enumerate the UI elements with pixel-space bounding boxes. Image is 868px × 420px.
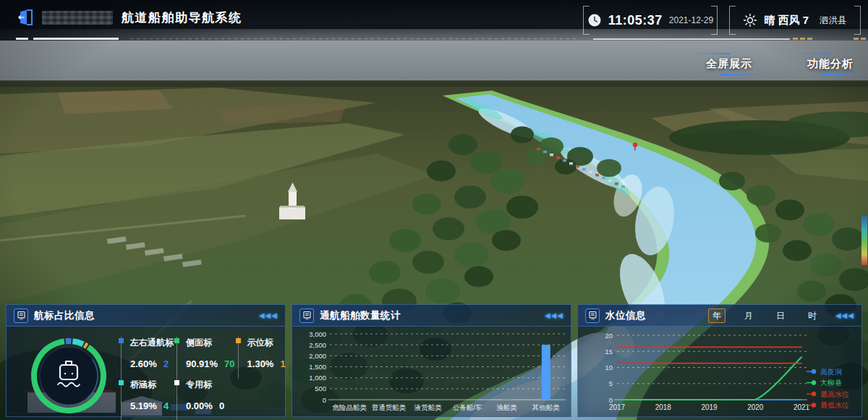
decor-dash	[807, 38, 812, 40]
weather-summary: 晴 西风 7	[764, 14, 809, 28]
depth-legend-strip	[861, 216, 867, 265]
svg-text:渔船类: 渔船类	[496, 403, 517, 411]
svg-text:危险品船类: 危险品船类	[332, 403, 367, 411]
fullscreen-button[interactable]: 全屏展示	[705, 56, 754, 72]
legend-swatch	[236, 338, 241, 343]
decor-line	[593, 38, 790, 40]
location-label: 泗洪县	[820, 14, 847, 27]
decor-dash	[861, 38, 866, 40]
svg-text:0: 0	[323, 396, 326, 404]
ship-count-panel: 通航船舶数量统计 ◀◀◀ 05001,0001,5002,0002,5003,0…	[292, 304, 571, 417]
beacon-stats-grid: 左右通航标 2.60%2 侧面标 90.91%70 示位标 1.30%1 桥涵标…	[121, 337, 281, 420]
svg-text:2,500: 2,500	[309, 341, 326, 349]
tab-hour[interactable]: 时	[804, 308, 821, 323]
decor-dotted-line	[130, 38, 579, 39]
svg-text:公务船/车: 公务船/车	[453, 403, 482, 411]
time-group: 11:05:37 2021-12-29	[583, 6, 718, 35]
panel-icon-box	[14, 308, 28, 323]
svg-text:5: 5	[609, 379, 613, 387]
current-date: 2021-12-29	[669, 15, 713, 25]
title-underline	[33, 38, 119, 40]
svg-text:2018: 2018	[655, 403, 672, 411]
report-icon	[587, 310, 598, 321]
svg-text:0: 0	[609, 396, 613, 404]
legend-swatch	[174, 380, 179, 385]
report-icon	[302, 310, 312, 321]
panel-title: 航标占比信息	[34, 309, 95, 322]
bracket-decor	[583, 6, 590, 35]
svg-text:1,500: 1,500	[309, 363, 326, 371]
current-time: 11:05:37	[608, 13, 663, 28]
svg-text:500: 500	[315, 385, 326, 392]
bracket-decor	[729, 6, 736, 35]
panel-header: 航标占比信息 ◀◀◀	[7, 305, 285, 327]
svg-text:2017: 2017	[609, 403, 626, 411]
tab-month[interactable]: 月	[740, 308, 757, 323]
panel-header: 水位信息 年 月 日 时 ◀◀◀	[578, 305, 861, 327]
svg-text:3,000: 3,000	[309, 330, 326, 338]
decor-dash	[854, 38, 859, 40]
redacted-text	[42, 11, 113, 25]
svg-text:高良涧: 高良涧	[820, 368, 842, 376]
brand: 航道船舶助导航系统	[17, 9, 242, 26]
top-bar: 航道船舶助导航系统 11:05:37 2021-12-29	[0, 0, 868, 41]
stat-item: 专用标 0.00%0	[176, 379, 235, 420]
beacon-donut-chart	[24, 331, 114, 420]
weather-group: 晴 西风 7 泗洪县	[729, 6, 861, 35]
decor-dash	[800, 38, 805, 40]
svg-text:1,000: 1,000	[309, 374, 326, 382]
stat-item: 示位标 1.30%1	[238, 337, 286, 379]
bracket-decor	[711, 6, 718, 35]
collapse-chevrons-icon[interactable]: ◀◀◀	[835, 311, 854, 319]
bracket-decor	[854, 6, 861, 35]
svg-text:20: 20	[605, 332, 613, 340]
svg-text:2019: 2019	[701, 403, 718, 411]
collapse-chevrons-icon[interactable]: ◀◀◀	[259, 311, 278, 319]
exit-door-logo-icon	[17, 9, 33, 26]
sun-icon	[743, 13, 757, 28]
system-title: 航道船舶助导航系统	[122, 9, 242, 26]
stat-item: 桥涵标 5.19%4	[121, 379, 174, 420]
svg-text:2021: 2021	[793, 403, 810, 411]
time-granularity-tabs: 年 月 日 时	[708, 308, 821, 323]
tab-year[interactable]: 年	[708, 308, 726, 323]
beacon-ratio-panel: 航标占比信息 ◀◀◀ 左右通航标 2.60%2 侧面标 90.91%70 示位标…	[6, 304, 286, 417]
stat-item: 左右通航标 2.60%2	[121, 337, 174, 379]
svg-text:最高水位: 最高水位	[820, 390, 849, 398]
svg-text:普通货船类: 普通货船类	[372, 403, 407, 411]
panel-header: 通航船舶数量统计 ◀◀◀	[292, 305, 571, 327]
panel-title: 水位信息	[605, 309, 646, 322]
water-level-panel: 水位信息 年 月 日 时 ◀◀◀ 05101520201720182019202…	[577, 304, 862, 417]
title-underline	[16, 38, 28, 40]
dashboard-stage: 航道船舶助导航系统 11:05:37 2021-12-29	[0, 0, 868, 420]
svg-text:10: 10	[605, 364, 613, 371]
panel-icon-box	[299, 308, 314, 323]
stat-item: 侧面标 90.91%70	[176, 337, 235, 379]
collapse-chevrons-icon[interactable]: ◀◀◀	[545, 311, 563, 319]
panel-icon-box	[585, 308, 600, 323]
ship-count-bar-chart: 05001,0001,5002,0002,5003,000危险品船类普通货船类液…	[295, 329, 569, 416]
svg-text:大柳巷: 大柳巷	[820, 379, 842, 387]
tab-day[interactable]: 日	[772, 308, 789, 323]
legend-swatch	[174, 338, 179, 343]
svg-text:15: 15	[605, 348, 613, 356]
decor-dash	[793, 38, 798, 40]
svg-text:2,000: 2,000	[309, 352, 326, 360]
water-level-line-chart: 0510152020172018201920202021高良涧大柳巷最高水位最低…	[581, 329, 860, 416]
svg-text:其他船类: 其他船类	[532, 403, 561, 411]
panel-title: 通航船舶数量统计	[320, 309, 401, 322]
svg-text:液货船类: 液货船类	[414, 403, 443, 411]
legend-swatch	[119, 338, 124, 343]
legend-swatch	[119, 380, 124, 385]
svg-text:最低水位: 最低水位	[820, 401, 849, 409]
svg-text:2020: 2020	[747, 403, 764, 411]
function-analysis-button[interactable]: 功能分析	[806, 56, 855, 72]
report-icon	[16, 310, 27, 321]
